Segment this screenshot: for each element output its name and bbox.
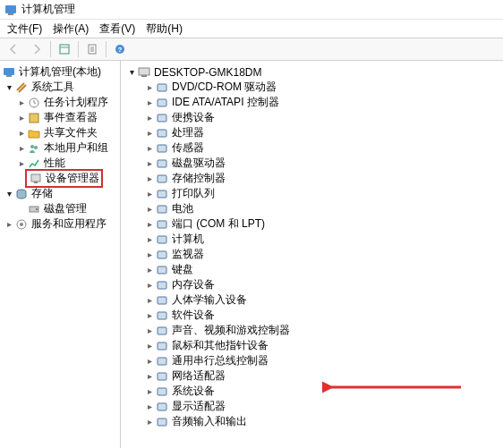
- menu-action[interactable]: 操作(A): [47, 20, 94, 38]
- properties-button[interactable]: [82, 40, 102, 58]
- tree-label: 传感器: [172, 140, 204, 156]
- device-category-row[interactable]: ▸网络适配器: [121, 368, 503, 384]
- chevron-right-icon[interactable]: ▸: [144, 265, 155, 275]
- svg-point-11: [34, 146, 38, 149]
- svg-point-18: [20, 223, 23, 226]
- svg-rect-33: [158, 266, 166, 274]
- chevron-right-icon[interactable]: ▸: [144, 158, 155, 169]
- chevron-right-icon[interactable]: ▸: [16, 128, 27, 139]
- chevron-right-icon[interactable]: ▸: [16, 158, 27, 169]
- tree-label: 计算机管理(本地): [19, 64, 101, 80]
- device-category-row[interactable]: ▸端口 (COM 和 LPT): [121, 216, 503, 232]
- svg-point-10: [30, 145, 34, 148]
- chevron-right-icon[interactable]: ▸: [144, 280, 155, 291]
- svg-rect-31: [158, 236, 166, 243]
- device-category-row[interactable]: ▸鼠标和其他指针设备: [121, 338, 503, 353]
- device-category-row[interactable]: ▸声音、视频和游戏控制器: [121, 323, 503, 338]
- device-category-row[interactable]: ▸软件设备: [121, 308, 503, 323]
- tree-task-scheduler[interactable]: ▸ 任务计划程序: [0, 95, 120, 110]
- tree-device-manager[interactable]: 设备管理器: [0, 171, 120, 186]
- menu-help[interactable]: 帮助(H): [141, 20, 188, 38]
- chevron-right-icon[interactable]: ▸: [144, 417, 155, 427]
- device-category-row[interactable]: ▸存储控制器: [121, 171, 503, 186]
- chevron-right-icon[interactable]: ▸: [16, 143, 27, 154]
- forward-button[interactable]: [27, 40, 47, 58]
- chevron-right-icon[interactable]: ▸: [16, 97, 27, 108]
- chevron-right-icon[interactable]: ▸: [144, 295, 155, 306]
- chevron-right-icon[interactable]: ▸: [144, 356, 155, 367]
- device-category-row[interactable]: ▸内存设备: [121, 277, 503, 292]
- tree-label: 人体学输入设备: [172, 292, 247, 308]
- chevron-right-icon[interactable]: ▸: [144, 402, 155, 412]
- toolbar-separator: [106, 41, 107, 57]
- chevron-right-icon[interactable]: ▸: [144, 128, 155, 139]
- chevron-down-icon[interactable]: ▾: [126, 67, 137, 78]
- chevron-right-icon[interactable]: ▸: [144, 249, 155, 260]
- device-category-icon: [155, 232, 169, 247]
- highlight-annotation: 设备管理器: [25, 169, 103, 188]
- chevron-right-icon[interactable]: ▸: [144, 189, 155, 199]
- tree-label: 磁盘管理: [44, 201, 87, 216]
- tree-local-users[interactable]: ▸ 本地用户和组: [0, 140, 120, 156]
- tree-event-viewer[interactable]: ▸ 事件查看器: [0, 110, 120, 125]
- device-category-row[interactable]: ▸处理器: [121, 125, 503, 140]
- tree-disk-mgmt[interactable]: 磁盘管理: [0, 201, 120, 216]
- device-category-icon: [155, 385, 169, 399]
- back-button[interactable]: [4, 40, 23, 58]
- chevron-right-icon[interactable]: ▸: [144, 113, 155, 123]
- device-category-row[interactable]: ▸音频输入和输出: [121, 414, 503, 429]
- device-category-row[interactable]: ▸监视器: [121, 247, 503, 262]
- up-button[interactable]: [55, 40, 74, 58]
- chevron-right-icon[interactable]: ▸: [144, 325, 155, 336]
- device-category-row[interactable]: ▸通用串行总线控制器: [121, 353, 503, 368]
- svg-rect-13: [34, 182, 38, 183]
- chevron-right-icon[interactable]: ▸: [144, 371, 155, 382]
- chevron-right-icon[interactable]: ▸: [144, 82, 155, 93]
- device-tree-root[interactable]: ▾ DESKTOP-GMK18DM: [121, 64, 503, 80]
- chevron-right-icon[interactable]: ▸: [144, 204, 155, 215]
- chevron-right-icon[interactable]: ▸: [144, 173, 155, 184]
- device-category-row[interactable]: ▸磁盘驱动器: [121, 156, 503, 171]
- device-category-row[interactable]: ▸打印队列: [121, 186, 503, 201]
- tree-system-tools[interactable]: ▾ 系统工具: [0, 80, 120, 95]
- window-title: 计算机管理: [21, 2, 75, 17]
- device-category-row[interactable]: ▸DVD/CD-ROM 驱动器: [121, 80, 503, 95]
- device-category-row[interactable]: ▸显示适配器: [121, 399, 503, 414]
- users-icon: [27, 141, 41, 156]
- tree-root-computer-mgmt[interactable]: 计算机管理(本地): [0, 64, 120, 80]
- chevron-right-icon[interactable]: ▸: [16, 113, 27, 123]
- svg-rect-1: [8, 13, 13, 15]
- tree-storage[interactable]: ▾ 存储: [0, 186, 120, 201]
- device-category-row[interactable]: ▸人体学输入设备: [121, 292, 503, 308]
- chevron-right-icon[interactable]: ▸: [144, 143, 155, 154]
- chevron-right-icon[interactable]: ▸: [144, 219, 155, 230]
- help-button[interactable]: ?: [110, 40, 130, 58]
- device-category-row[interactable]: ▸计算机: [121, 232, 503, 247]
- device-category-icon: [155, 141, 169, 156]
- svg-rect-19: [139, 68, 149, 75]
- chevron-right-icon[interactable]: ▸: [144, 386, 155, 397]
- device-category-row[interactable]: ▸便携设备: [121, 110, 503, 125]
- chevron-down-icon[interactable]: ▾: [4, 82, 14, 93]
- chevron-right-icon[interactable]: ▸: [144, 234, 155, 245]
- tree-services-apps[interactable]: ▸ 服务和应用程序: [0, 216, 120, 232]
- device-category-row[interactable]: ▸电池: [121, 201, 503, 216]
- device-category-icon: [155, 293, 169, 308]
- tree-label: 设备管理器: [46, 171, 99, 186]
- chevron-right-icon[interactable]: ▸: [4, 219, 14, 230]
- computer-icon: [137, 65, 151, 80]
- chevron-right-icon[interactable]: ▸: [144, 341, 155, 351]
- menu-view[interactable]: 查看(V): [94, 20, 141, 38]
- svg-rect-20: [141, 75, 147, 77]
- tree-label: 便携设备: [172, 110, 215, 125]
- device-category-row[interactable]: ▸键盘: [121, 262, 503, 277]
- device-category-row[interactable]: ▸系统设备: [121, 384, 503, 399]
- device-category-row[interactable]: ▸传感器: [121, 140, 503, 156]
- tree-shared-folders[interactable]: ▸ 共享文件夹: [0, 125, 120, 140]
- device-category-row[interactable]: ▸IDE ATA/ATAPI 控制器: [121, 95, 503, 110]
- menu-file[interactable]: 文件(F): [2, 20, 47, 38]
- chevron-down-icon[interactable]: ▾: [4, 189, 14, 199]
- tree-label: 存储: [31, 186, 53, 201]
- chevron-right-icon[interactable]: ▸: [144, 97, 155, 108]
- chevron-right-icon[interactable]: ▸: [144, 310, 155, 321]
